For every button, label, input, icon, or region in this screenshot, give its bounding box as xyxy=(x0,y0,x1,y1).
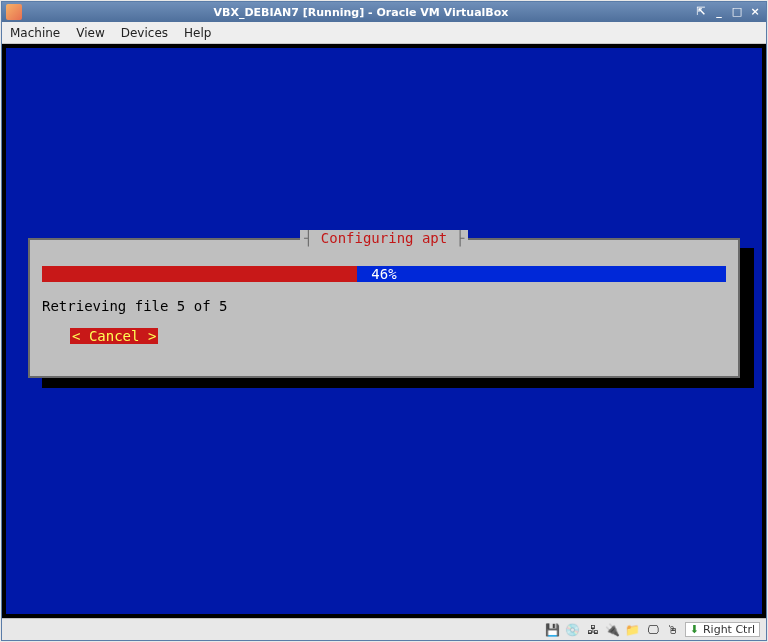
statusbar: 💾 💿 🖧 🔌 📁 🖵 🖱 ⬇ Right Ctrl xyxy=(2,618,766,640)
display-icon[interactable]: 🖵 xyxy=(645,622,661,638)
hostkey-arrow-icon: ⬇ xyxy=(690,623,699,636)
mouse-integration-icon[interactable]: 🖱 xyxy=(665,622,681,638)
guest-framebuffer: Configuring apt 46% Retrieving file 5 of… xyxy=(6,48,762,614)
dialog-title-wrap: Configuring apt xyxy=(30,230,738,246)
optical-icon[interactable]: 💿 xyxy=(565,622,581,638)
window-buttons: ⇱ _ □ × xyxy=(694,5,762,19)
titlebar[interactable]: VBX_DEBIAN7 [Running] - Oracle VM Virtua… xyxy=(2,2,766,22)
shared-folder-icon[interactable]: 📁 xyxy=(625,622,641,638)
menu-view[interactable]: View xyxy=(76,26,104,40)
dialog-title: Configuring apt xyxy=(300,230,468,246)
usb-icon[interactable]: 🔌 xyxy=(605,622,621,638)
menubar: Machine View Devices Help xyxy=(2,22,766,44)
window-title: VBX_DEBIAN7 [Running] - Oracle VM Virtua… xyxy=(28,6,694,19)
network-icon[interactable]: 🖧 xyxy=(585,622,601,638)
menu-machine[interactable]: Machine xyxy=(10,26,60,40)
close-button[interactable]: × xyxy=(748,5,762,19)
hostkey-label: Right Ctrl xyxy=(703,623,755,636)
pin-button[interactable]: ⇱ xyxy=(694,5,708,19)
virtualbox-window: VBX_DEBIAN7 [Running] - Oracle VM Virtua… xyxy=(1,1,767,641)
maximize-button[interactable]: □ xyxy=(730,5,744,19)
progress-label: 46% xyxy=(30,266,738,282)
cancel-button[interactable]: Cancel xyxy=(70,328,158,344)
cancel-label: Cancel xyxy=(89,328,140,344)
menu-help[interactable]: Help xyxy=(184,26,211,40)
status-text: Retrieving file 5 of 5 xyxy=(42,298,227,314)
vm-display-area[interactable]: Configuring apt 46% Retrieving file 5 of… xyxy=(2,44,766,618)
disk-icon[interactable]: 💾 xyxy=(545,622,561,638)
menu-devices[interactable]: Devices xyxy=(121,26,168,40)
virtualbox-icon xyxy=(6,4,22,20)
minimize-button[interactable]: _ xyxy=(712,5,726,19)
configuring-apt-dialog: Configuring apt 46% Retrieving file 5 of… xyxy=(28,238,740,378)
hostkey-indicator[interactable]: ⬇ Right Ctrl xyxy=(685,622,760,637)
